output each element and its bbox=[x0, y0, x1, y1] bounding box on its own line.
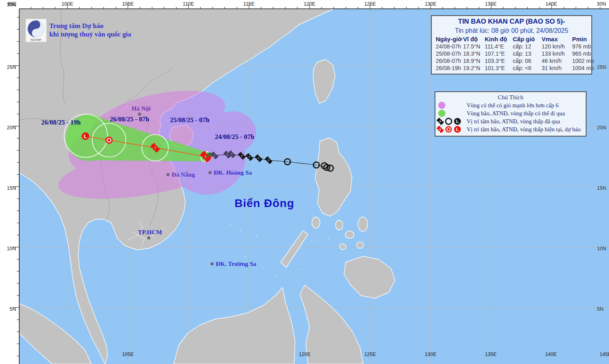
axis-label-bottom: 105E bbox=[122, 352, 134, 357]
forecast-cell: 31 km/h bbox=[542, 64, 572, 72]
agency-name-line2: khí tượng thuỷ văn quốc gia bbox=[49, 30, 131, 38]
forecast-column-header: Pmin bbox=[572, 35, 593, 43]
track-date-label: 25/08/25 - 07h bbox=[170, 116, 209, 124]
axis-label-bottom: 120E bbox=[299, 352, 310, 357]
forecast-cell: 111.4°E bbox=[485, 43, 513, 50]
forecast-cell: 1004 mb bbox=[572, 64, 593, 72]
place-label: ĐK. Hoàng Sa bbox=[214, 169, 252, 176]
legend-item-past-position: Vị trí tâm bão, ATNĐ, vùng thấp đã qua bbox=[435, 117, 586, 125]
forecast-cell: cấp: 06 bbox=[513, 57, 542, 64]
visayas-island bbox=[336, 220, 343, 230]
axis-label-top: 140E bbox=[545, 1, 557, 7]
forecast-row: 26/08-19h19.2°N101.3°Ecấp: <631 km/h1004… bbox=[432, 64, 593, 72]
forecast-cell: 18.9°N bbox=[463, 57, 485, 64]
forecast-row: 24/08-07h17.5°N111.4°Ecấp: 12120 km/h976… bbox=[432, 43, 593, 50]
axis-label-left: 25N bbox=[7, 64, 16, 70]
axis-label-top: 115E bbox=[243, 1, 255, 7]
forecast-cell: 107.1°E bbox=[485, 50, 513, 57]
legend-box: Chú Thích Vùng có thể có gió mạnh lớn hơ… bbox=[435, 91, 587, 137]
axis-label-right: 25N bbox=[597, 64, 606, 70]
forecast-column-header: Vmax bbox=[542, 35, 572, 43]
green-area-icon bbox=[435, 109, 463, 117]
legend-title: Chú Thích bbox=[435, 93, 586, 101]
forecast-cell: 26/08-19h bbox=[432, 64, 463, 72]
nchmf-logo: NCHMF bbox=[25, 18, 47, 42]
forecast-row: 25/08-07h18.3°N107.1°Ecấp: 13133 km/h965… bbox=[432, 50, 593, 57]
forecast-cell: 24/08-07h bbox=[432, 43, 463, 50]
place-dot bbox=[208, 171, 212, 174]
agency-name-line1: Trung tâm Dự báo bbox=[49, 22, 131, 30]
forecast-column-header: Ngày-giờ bbox=[432, 35, 463, 43]
axis-label-right: 15N bbox=[597, 185, 606, 191]
sea-name-label: Biển Đông bbox=[235, 197, 294, 209]
forecast-cell: 103.3°E bbox=[485, 57, 513, 64]
forecast-cell: 101.3°E bbox=[485, 64, 513, 72]
agency-branding: NCHMF Trung tâm Dự báo khí tượng thuỷ vă… bbox=[25, 18, 131, 42]
forecast-L-icon bbox=[82, 133, 89, 140]
place-dot bbox=[138, 113, 141, 116]
forecast-cell: 120 km/h bbox=[542, 43, 572, 50]
legend-item-wind-area: Vùng có thể có gió mạnh lớn hơn cấp 6 bbox=[435, 101, 586, 109]
forecast-column-header: Cấp gió bbox=[513, 35, 542, 43]
forecast-cell: cấp: 12 bbox=[513, 43, 542, 50]
current-position-icons bbox=[435, 125, 463, 133]
pink-area-icon bbox=[435, 101, 463, 109]
visayas-island bbox=[340, 244, 346, 249]
past-position-icons bbox=[435, 117, 463, 125]
axis-label-bottom: 140E bbox=[545, 352, 556, 357]
axis-label-top: 30N bbox=[597, 1, 606, 7]
samar-island bbox=[358, 217, 368, 231]
forecast-cell: 26/08-07h bbox=[432, 57, 463, 64]
alert-box: TIN BAO KHAN CAP (BAO SO 5)- Tin phát lú… bbox=[431, 15, 592, 74]
axis-label-right: 5N bbox=[597, 306, 603, 312]
forecast-table-header: Ngày-giờVĩ độKinh độCấp gióVmaxPmin bbox=[432, 35, 593, 43]
visayas-island bbox=[356, 242, 364, 248]
axis-label-top: 105E bbox=[122, 1, 134, 7]
alert-issued-time: Tin phát lúc: 08 giờ 00 phút, 24/08/2025 bbox=[432, 26, 591, 35]
forecast-cell: 1002 mb bbox=[572, 57, 593, 64]
axis-label-left: 20N bbox=[7, 125, 16, 131]
axis-label-bottom: 135E bbox=[485, 352, 496, 357]
axis-label-top: 120E bbox=[303, 1, 315, 7]
forecast-cell: 976 mb bbox=[572, 43, 593, 50]
forecast-table: Ngày-giờVĩ độKinh độCấp gióVmaxPmin 24/0… bbox=[432, 35, 593, 72]
axis-label-top: 130E bbox=[425, 1, 436, 7]
forecast-cell: cấp: 13 bbox=[513, 50, 542, 57]
typhoon-forecast-map: L bbox=[0, 0, 609, 364]
forecast-cell: 965 mb bbox=[572, 50, 593, 57]
forecast-cell: 17.5°N bbox=[463, 43, 485, 50]
place-dot bbox=[166, 173, 170, 176]
axis-label-top: 135E bbox=[485, 1, 496, 7]
axis-label-left: 5N bbox=[10, 306, 16, 312]
visayas-island bbox=[345, 231, 354, 238]
forecast-cell: 25/08-07h bbox=[432, 50, 463, 57]
mindoro-island bbox=[312, 217, 320, 228]
forecast-cell: 19.2°N bbox=[463, 64, 485, 72]
forecast-row: 26/08-07h18.9°N103.3°Ecấp: 0646 km/h1002… bbox=[432, 57, 593, 64]
track-date-label: 26/08/25 - 19h bbox=[41, 119, 81, 126]
forecast-column-header: Kinh độ bbox=[485, 35, 513, 43]
place-dot bbox=[210, 262, 214, 265]
forecast-cell: 46 km/h bbox=[542, 57, 572, 64]
axis-label-left: 30N bbox=[7, 2, 16, 8]
alert-title: TIN BAO KHAN CAP (BAO SO 5)- bbox=[432, 17, 591, 26]
forecast-dot-icon bbox=[105, 137, 113, 144]
legend-item-cone-area: Vùng bão, ATNĐ, vùng thấp có thể đi qua bbox=[435, 109, 586, 117]
axis-label-bottom: 130E bbox=[425, 352, 436, 357]
axis-label-left: 15N bbox=[7, 185, 16, 191]
place-label: Hà Nội bbox=[132, 105, 151, 112]
logo-text: NCHMF bbox=[30, 38, 41, 42]
forecast-cell: 133 km/h bbox=[542, 50, 572, 57]
track-date-label: 26/08/25 - 07h bbox=[110, 115, 149, 123]
axis-label-right: 20N bbox=[597, 125, 606, 131]
axis-label-left: 10N bbox=[7, 246, 16, 251]
place-dot bbox=[147, 236, 150, 239]
forecast-cell: 18.3°N bbox=[463, 50, 485, 57]
axis-label-top: 110E bbox=[183, 1, 194, 7]
axis-label-top: 125E bbox=[364, 1, 376, 7]
legend-item-current-position: Vị trí tâm bão, ATNĐ, vùng thấp hiện tại… bbox=[435, 125, 586, 133]
forecast-cell: cấp: <6 bbox=[513, 64, 542, 72]
axis-label-bottom: 125E bbox=[364, 352, 376, 357]
forecast-column-header: Vĩ độ bbox=[463, 35, 485, 43]
track-date-label: 24/08/25 - 07h bbox=[215, 133, 254, 141]
